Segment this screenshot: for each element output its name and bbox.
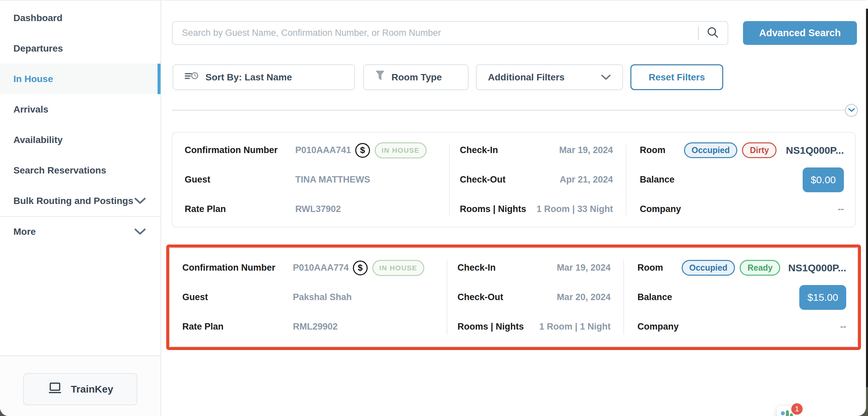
trainkey-label: TrainKey	[71, 384, 113, 395]
check-out-row: Check-Out Apr 21, 2024	[460, 165, 613, 195]
search-input[interactable]	[182, 28, 694, 38]
rooms-nights-row: Rooms | Nights 1 Room | 33 Night	[460, 195, 613, 224]
sort-by-dropdown[interactable]: Sort By: Last Name	[173, 64, 355, 90]
stay-dates-column: Check-In Mar 19, 2024 Check-Out Apr 21, …	[450, 133, 626, 227]
balance-row: Balance $0.00	[640, 165, 844, 195]
chevron-down-icon	[134, 228, 146, 235]
rate-plan-value: RML29902	[293, 322, 338, 332]
room-number: NS1Q000P...	[788, 262, 846, 274]
notification-count: 1	[795, 405, 799, 413]
sidebar-item-bulk-routing[interactable]: Bulk Routing and Postings	[0, 186, 160, 216]
additional-filters-dropdown[interactable]: Additional Filters	[476, 64, 623, 90]
check-in-row: Check-In Mar 19, 2024	[460, 136, 613, 165]
sort-icon	[185, 71, 199, 84]
dollar-circle-icon[interactable]: $	[353, 261, 368, 275]
check-out-label: Check-Out	[458, 292, 557, 302]
sidebar-item-search-reservations[interactable]: Search Reservations	[0, 155, 160, 186]
occupancy-status-pill: Occupied	[684, 142, 738, 158]
rooms-nights-row: Rooms | Nights 1 Room | 1 Night	[458, 312, 611, 342]
reset-filters-button[interactable]: Reset Filters	[630, 64, 723, 90]
window-edge-strip	[866, 9, 868, 387]
company-row: Company --	[638, 312, 846, 342]
confirmation-label: Confirmation Number	[182, 263, 293, 273]
rate-plan-label: Rate Plan	[185, 204, 295, 214]
guest-row: Guest Pakshal Shah	[182, 283, 447, 312]
balance-row: Balance $15.00	[638, 283, 846, 312]
rooms-nights-value: 1 Room | 1 Night	[539, 322, 611, 332]
guest-label: Guest	[185, 174, 295, 185]
collapse-toggle[interactable]	[845, 104, 858, 117]
rate-plan-label: Rate Plan	[182, 322, 293, 332]
sort-by-label: Sort By: Last Name	[206, 72, 292, 83]
sidebar-item-dashboard[interactable]: Dashboard	[0, 3, 160, 33]
sidebar-item-arrivals[interactable]: Arrivals	[0, 94, 160, 125]
reservation-info-column: Confirmation Number P010AAA741 $ IN HOUS…	[172, 133, 449, 227]
check-out-label: Check-Out	[460, 174, 560, 185]
guest-name: Pakshal Shah	[293, 292, 352, 302]
sidebar-item-label: Search Reservations	[13, 165, 106, 176]
app-window: Dashboard Departures In House Arrivals A…	[0, 0, 866, 416]
sidebar-item-availability[interactable]: Availability	[0, 125, 160, 155]
rate-plan-row: Rate Plan RML29902	[182, 312, 447, 342]
check-out-date: Apr 21, 2024	[560, 174, 613, 185]
trainkey-button[interactable]: TrainKey	[23, 373, 137, 405]
housekeeping-status-pill: Ready	[740, 260, 780, 276]
sidebar-item-in-house[interactable]: In House	[0, 64, 160, 94]
check-out-date: Mar 20, 2024	[557, 292, 611, 302]
list-divider	[172, 110, 845, 110]
check-out-row: Check-Out Mar 20, 2024	[458, 283, 611, 312]
sidebar-item-label: Arrivals	[13, 104, 48, 115]
search-separator	[698, 26, 699, 40]
rate-plan-value: RWL37902	[295, 204, 341, 214]
sidebar-item-more[interactable]: More	[0, 216, 160, 247]
reservation-card[interactable]: Confirmation Number P010AAA741 $ IN HOUS…	[172, 132, 856, 227]
room-row: Room Occupied Dirty NS1Q000P...	[640, 136, 844, 165]
reservation-info-column: Confirmation Number P010AAA774 $ IN HOUS…	[170, 248, 447, 346]
balance-chip[interactable]: $0.00	[803, 167, 844, 192]
in-house-badge: IN HOUSE	[372, 260, 425, 276]
confirmation-label: Confirmation Number	[185, 145, 295, 155]
search-icon[interactable]	[706, 26, 719, 40]
highlight-outline: Confirmation Number P010AAA774 $ IN HOUS…	[166, 245, 861, 350]
rooms-nights-value: 1 Room | 33 Night	[536, 204, 613, 214]
confirmation-number: P010AAA741	[295, 145, 351, 155]
room-label: Room	[638, 263, 663, 273]
confirmation-row: Confirmation Number P010AAA741 $ IN HOUS…	[185, 136, 449, 165]
confirmation-row: Confirmation Number P010AAA774 $ IN HOUS…	[182, 253, 447, 283]
sidebar-nav: Dashboard Departures In House Arrivals A…	[0, 1, 160, 247]
company-label: Company	[638, 322, 679, 332]
room-balance-column: Room Occupied Dirty NS1Q000P... Balance …	[626, 133, 855, 227]
company-value: --	[838, 204, 844, 214]
room-label: Room	[640, 145, 665, 155]
company-value: --	[840, 322, 846, 332]
search-box	[172, 21, 728, 45]
sidebar-item-label: Bulk Routing and Postings	[13, 196, 133, 206]
advanced-search-button[interactable]: Advanced Search	[743, 21, 857, 45]
room-row: Room Occupied Ready NS1Q000P...	[638, 253, 846, 283]
balance-chip[interactable]: $15.00	[799, 285, 846, 310]
sidebar-item-label: In House	[13, 74, 53, 85]
check-in-row: Check-In Mar 19, 2024	[458, 253, 611, 283]
chevron-down-icon	[848, 107, 855, 114]
check-in-label: Check-In	[458, 263, 557, 273]
company-label: Company	[640, 204, 681, 214]
rooms-nights-label: Rooms | Nights	[460, 204, 536, 214]
trainkey-section: TrainKey	[0, 355, 160, 416]
chevron-down-icon	[601, 72, 611, 83]
chevron-down-icon	[134, 198, 146, 204]
confirmation-number: P010AAA774	[293, 263, 349, 273]
housekeeping-status-pill: Dirty	[742, 142, 776, 158]
rooms-nights-label: Rooms | Nights	[458, 322, 539, 332]
room-type-dropdown[interactable]: Room Type	[363, 64, 468, 90]
notification-badge: 1	[790, 402, 804, 416]
dollar-circle-icon[interactable]: $	[355, 143, 370, 158]
room-type-label: Room Type	[392, 72, 442, 83]
check-in-label: Check-In	[460, 145, 559, 155]
reservation-card[interactable]: Confirmation Number P010AAA774 $ IN HOUS…	[169, 248, 858, 347]
sidebar: Dashboard Departures In House Arrivals A…	[0, 1, 161, 416]
guest-name: TINA MATTHEWS	[295, 174, 370, 185]
sidebar-item-departures[interactable]: Departures	[0, 33, 160, 64]
desktop-edge-strip	[866, 387, 868, 416]
additional-filters-label: Additional Filters	[488, 72, 565, 83]
filter-funnel-icon	[375, 70, 385, 84]
